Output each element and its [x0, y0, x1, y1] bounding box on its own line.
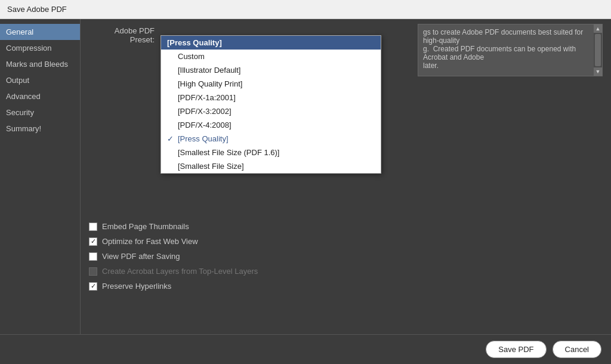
dropdown-item-1[interactable]: [Illustrator Default]: [161, 63, 381, 77]
dropdown-item-5[interactable]: [PDF/X-4:2008]: [161, 118, 381, 132]
sidebar-item-summary[interactable]: Summary!: [0, 121, 80, 137]
main-content: Adobe PDF Preset: [Press Quality] Custom…: [81, 19, 611, 334]
sidebar-item-security[interactable]: Security: [0, 104, 80, 121]
scroll-down-button[interactable]: ▼: [594, 67, 602, 76]
description-box: gs to create Adobe PDF documents best su…: [418, 24, 603, 76]
checkboxes-area: Embed Page ThumbnailsOptimize for Fast W…: [81, 215, 611, 301]
preset-label: Adobe PDF Preset:: [89, 26, 161, 44]
dropdown-item-7[interactable]: [Smallest File Size (PDF 1.6)]: [161, 146, 381, 159]
preset-dropdown-open[interactable]: [Press Quality] Custom[Illustrator Defau…: [161, 35, 381, 174]
checkbox-label-view-after-saving: View PDF after Saving: [102, 252, 180, 261]
checkbox-row-acrobat-layers: Create Acrobat Layers from Top-Level Lay…: [89, 267, 603, 276]
save-pdf-dialog: Save Adobe PDF General Compression Marks…: [0, 0, 611, 364]
checkbox-label-preserve-hyperlinks: Preserve Hyperlinks: [102, 282, 171, 291]
scroll-thumb[interactable]: [595, 34, 601, 66]
checkbox-acrobat-layers: [89, 267, 97, 276]
checkbox-row-view-after-saving: View PDF after Saving: [89, 252, 603, 261]
dropdown-item-2[interactable]: [High Quality Print]: [161, 77, 381, 91]
dropdown-item-4[interactable]: [PDF/X-3:2002]: [161, 104, 381, 118]
dropdown-item-3[interactable]: [PDF/X-1a:2001]: [161, 91, 381, 104]
dialog-title: Save Adobe PDF: [7, 5, 67, 14]
checkbox-view-after-saving[interactable]: [89, 252, 97, 261]
sidebar-item-advanced[interactable]: Advanced: [0, 88, 80, 104]
cancel-button[interactable]: Cancel: [553, 341, 601, 358]
dialog-body: General Compression Marks and Bleeds Out…: [0, 19, 611, 334]
dropdown-header: [Press Quality]: [161, 36, 381, 50]
sidebar-item-compression[interactable]: Compression: [0, 40, 80, 56]
checkbox-label-embed-thumbnails: Embed Page Thumbnails: [102, 222, 189, 231]
title-bar: Save Adobe PDF: [0, 0, 611, 19]
description-text: gs to create Adobe PDF documents best su…: [423, 28, 585, 70]
checkbox-row-preserve-hyperlinks: Preserve Hyperlinks: [89, 282, 603, 291]
checkbox-optimize-web[interactable]: [89, 237, 97, 246]
sidebar-item-output[interactable]: Output: [0, 72, 80, 88]
checkbox-row-embed-thumbnails: Embed Page Thumbnails: [89, 222, 603, 231]
button-bar: Save PDF Cancel: [0, 334, 611, 364]
dropdown-item-0[interactable]: Custom: [161, 50, 381, 63]
checkbox-embed-thumbnails[interactable]: [89, 223, 97, 231]
dropdown-items-list: Custom[Illustrator Default][High Quality…: [161, 50, 381, 173]
checkbox-row-optimize-web: Optimize for Fast Web View: [89, 237, 603, 246]
checkbox-label-optimize-web: Optimize for Fast Web View: [102, 237, 198, 246]
scroll-up-button[interactable]: ▲: [594, 24, 602, 33]
checkbox-preserve-hyperlinks[interactable]: [89, 282, 97, 291]
sidebar-item-marks-bleeds[interactable]: Marks and Bleeds: [0, 56, 80, 72]
sidebar: General Compression Marks and Bleeds Out…: [0, 19, 81, 334]
sidebar-item-general[interactable]: General: [0, 24, 80, 40]
dropdown-item-8[interactable]: [Smallest File Size]: [161, 159, 381, 173]
scrollbar-vertical[interactable]: ▲ ▼: [594, 24, 602, 76]
save-pdf-button[interactable]: Save PDF: [486, 341, 546, 358]
checkbox-label-acrobat-layers: Create Acrobat Layers from Top-Level Lay…: [102, 267, 258, 276]
dropdown-item-6[interactable]: ✓[Press Quality]: [161, 132, 381, 146]
